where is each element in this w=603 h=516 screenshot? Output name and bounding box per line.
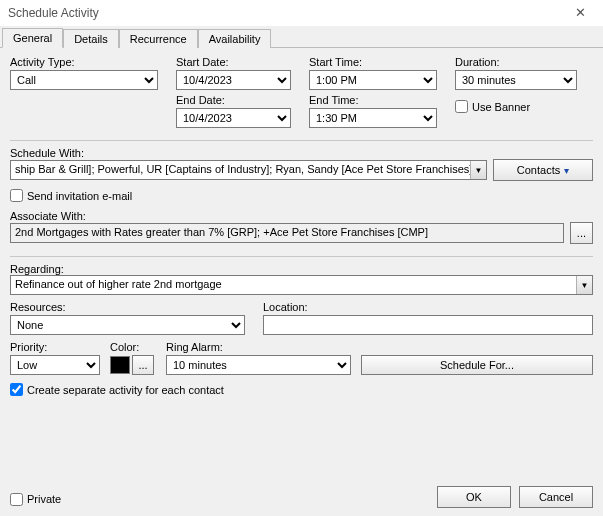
contacts-button[interactable]: Contacts▾ — [493, 159, 593, 181]
send-invitation-checkbox[interactable] — [10, 189, 23, 202]
end-date-select[interactable]: 10/4/2023 — [176, 108, 291, 128]
private-label: Private — [27, 493, 61, 505]
resources-select[interactable]: None — [10, 315, 245, 335]
regarding-combo[interactable]: Refinance out of higher rate 2nd mortgag… — [10, 275, 593, 295]
tab-strip: General Details Recurrence Availability — [0, 26, 603, 48]
schedule-with-combo[interactable]: ship Bar & Grill]; Powerful, UR [Captain… — [10, 160, 487, 180]
cancel-button[interactable]: Cancel — [519, 486, 593, 508]
color-browse-button[interactable]: ... — [132, 355, 154, 375]
window-title: Schedule Activity — [8, 6, 99, 20]
schedule-for-button[interactable]: Schedule For... — [361, 355, 593, 375]
send-invitation-label: Send invitation e-mail — [27, 190, 132, 202]
start-date-select[interactable]: 10/4/2023 — [176, 70, 291, 90]
chevron-down-icon[interactable]: ▼ — [576, 276, 592, 294]
activity-type-label: Activity Type: — [10, 56, 158, 68]
schedule-with-label: Schedule With: — [10, 147, 84, 159]
end-time-label: End Time: — [309, 94, 437, 106]
dialog-footer: Private OK Cancel — [10, 486, 593, 508]
priority-label: Priority: — [10, 341, 100, 353]
end-date-label: End Date: — [176, 94, 291, 106]
chevron-down-icon[interactable]: ▼ — [470, 161, 486, 179]
location-label: Location: — [263, 301, 593, 313]
regarding-value: Refinance out of higher rate 2nd mortgag… — [11, 276, 576, 294]
associate-with-field[interactable]: 2nd Mortgages with Rates greater than 7%… — [10, 223, 564, 243]
use-banner-label: Use Banner — [472, 101, 530, 113]
tab-panel-general: Activity Type: Call Start Date: 10/4/202… — [0, 48, 603, 404]
associate-browse-button[interactable]: ... — [570, 222, 593, 244]
tab-availability[interactable]: Availability — [198, 29, 272, 48]
schedule-with-value: ship Bar & Grill]; Powerful, UR [Captain… — [11, 161, 470, 179]
use-banner-checkbox[interactable] — [455, 100, 468, 113]
create-separate-label: Create separate activity for each contac… — [27, 384, 224, 396]
ring-alarm-label: Ring Alarm: — [166, 341, 351, 353]
tab-details[interactable]: Details — [63, 29, 119, 48]
activity-type-select[interactable]: Call — [10, 70, 158, 90]
color-label: Color: — [110, 341, 156, 353]
start-date-label: Start Date: — [176, 56, 291, 68]
color-swatch[interactable] — [110, 356, 130, 374]
resources-label: Resources: — [10, 301, 245, 313]
ok-button[interactable]: OK — [437, 486, 511, 508]
start-time-select[interactable]: 1:00 PM — [309, 70, 437, 90]
associate-with-label: Associate With: — [10, 210, 86, 222]
chevron-down-icon: ▾ — [564, 165, 569, 176]
tab-recurrence[interactable]: Recurrence — [119, 29, 198, 48]
duration-label: Duration: — [455, 56, 577, 68]
tab-general[interactable]: General — [2, 28, 63, 48]
priority-select[interactable]: Low — [10, 355, 100, 375]
title-bar: Schedule Activity ✕ — [0, 0, 603, 26]
ring-alarm-select[interactable]: 10 minutes — [166, 355, 351, 375]
end-time-select[interactable]: 1:30 PM — [309, 108, 437, 128]
regarding-label: Regarding: — [10, 263, 64, 275]
start-time-label: Start Time: — [309, 56, 437, 68]
create-separate-checkbox[interactable] — [10, 383, 23, 396]
private-checkbox[interactable] — [10, 493, 23, 506]
close-icon[interactable]: ✕ — [565, 2, 595, 24]
location-input[interactable] — [263, 315, 593, 335]
duration-select[interactable]: 30 minutes — [455, 70, 577, 90]
